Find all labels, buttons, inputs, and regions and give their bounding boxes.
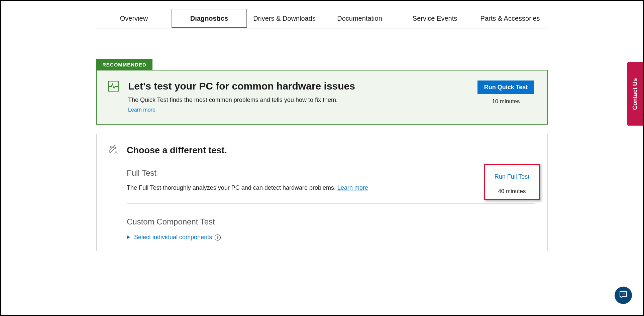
recommended-badge: RECOMMENDED — [96, 59, 152, 70]
quick-test-time: 10 minutes — [476, 98, 536, 105]
info-icon[interactable]: ! — [215, 234, 221, 241]
full-test-highlight-box: Run Full Test 40 minutes — [484, 164, 540, 200]
tab-overview[interactable]: Overview — [96, 9, 172, 28]
tab-diagnostics[interactable]: Diagnostics — [172, 9, 247, 28]
chevron-right-icon — [127, 234, 130, 241]
heartbeat-icon — [108, 87, 119, 93]
tab-service-events[interactable]: Service Events — [397, 9, 472, 28]
custom-component-test-row: Custom Component Test Select individual … — [127, 204, 535, 241]
chat-fab-button[interactable] — [615, 287, 632, 304]
contact-us-tab[interactable]: Contact Us — [627, 62, 643, 126]
full-test-learn-more-link[interactable]: Learn more — [337, 184, 368, 191]
full-test-time: 40 minutes — [489, 188, 535, 195]
chat-icon — [619, 290, 628, 300]
tab-drivers-downloads[interactable]: Drivers & Downloads — [247, 9, 322, 28]
quick-test-desc: The Quick Test finds the most common pro… — [128, 97, 476, 104]
svg-point-4 — [624, 294, 625, 295]
tab-documentation[interactable]: Documentation — [322, 9, 397, 28]
full-test-title: Full Test — [127, 168, 535, 178]
custom-component-test-title: Custom Component Test — [127, 217, 535, 226]
quick-test-title: Let's test your PC for common hardware i… — [128, 81, 476, 92]
other-tests-title: Choose a different test. — [127, 145, 227, 156]
run-quick-test-button[interactable]: Run Quick Test — [477, 81, 535, 94]
svg-point-2 — [622, 294, 623, 295]
select-individual-components-link[interactable]: Select individual components ! — [127, 234, 221, 241]
svg-point-3 — [623, 294, 624, 295]
quick-test-learn-more-link[interactable]: Learn more — [128, 107, 155, 113]
run-full-test-button[interactable]: Run Full Test — [489, 170, 535, 184]
quick-test-card: Let's test your PC for common hardware i… — [96, 70, 548, 125]
svg-marker-1 — [127, 235, 130, 239]
full-test-row: Full Test The Full Test thoroughly analy… — [127, 168, 535, 204]
full-test-desc: The Full Test thoroughly analyzes your P… — [127, 184, 535, 191]
tab-bar: Overview Diagnostics Drivers & Downloads… — [96, 9, 548, 28]
tools-icon — [108, 144, 119, 156]
tab-parts-accessories[interactable]: Parts & Accessories — [472, 9, 548, 28]
other-tests-card: Choose a different test. Full Test The F… — [96, 134, 548, 251]
